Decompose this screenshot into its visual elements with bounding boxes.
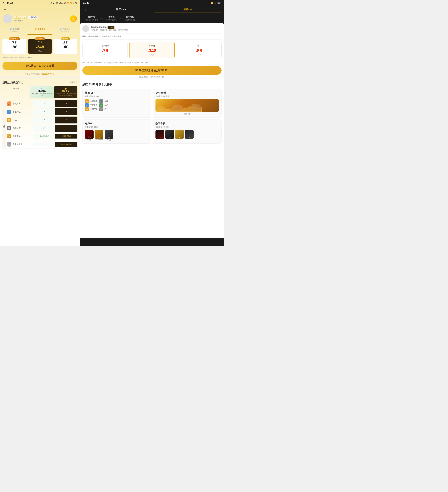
right-plan-tabs: 黑胶 VIP 畅享全部 20+ 特权 + 有声书 万本好书免费听 + 数字专辑 … xyxy=(80,14,224,23)
left-back-button[interactable]: ← xyxy=(0,6,80,13)
right-svip-visual xyxy=(156,99,219,112)
benefit-row-hires: Hi Hires ✓ ✓ xyxy=(6,116,78,124)
right-plan-tab-album[interactable]: 数字专辑 甄选专辑免费听 xyxy=(122,14,138,23)
left-plan-season[interactable]: 仅29.4元/月 季卡 ¥88 ¥120 xyxy=(2,39,26,54)
left-divider xyxy=(0,77,80,78)
right-status-bar: 11:28 📶 🔗 57 xyxy=(80,0,224,6)
benefit-icon-hires: Hi xyxy=(7,118,11,122)
right-user-row: 用户昵称昵称昵称 SVIP注 开通SVIP，享黑胶VIP、数字专辑、有声书等特权 xyxy=(82,25,221,34)
left-avatar xyxy=(3,14,12,23)
right-buy-button[interactable]: ¥348 立即开通 (已省 ¥132) xyxy=(82,66,221,75)
left-time: 11:40:43 xyxy=(3,2,13,5)
left-plan-year[interactable]: 仅29元/月 年卡 ¥348 ¥480 xyxy=(28,39,52,54)
benefit-icon-crown: ♦ xyxy=(7,134,11,138)
right-time: 11:28 xyxy=(83,1,89,4)
left-user-badges: ⚡ Lv1 ♥ ✏ 设置铭牌 xyxy=(14,16,69,19)
right-avatar xyxy=(82,25,89,32)
right-benefit-card-digital: 数字专辑 甄选专辑免费畅听 太初 三国 明 xyxy=(153,120,221,144)
benefit-download-super: ✓ xyxy=(55,108,78,115)
right-device-note: 手机/电脑/平板/手表/TV/智能音箱/车机 均可使用 xyxy=(82,34,221,40)
right-price-quarter[interactable]: 3个月 ¥88 ¥120 xyxy=(176,42,221,58)
benefit-preorder-super: 部分专辑抢先听 xyxy=(55,142,78,147)
left-benefits-header: 超级会员权益对比 ○ 仅看不同 xyxy=(2,81,78,84)
right-user-sub: 开通SVIP，享黑胶VIP、数字专辑、有声书等特权 xyxy=(91,29,221,31)
benefit-library-luxe: ✓ xyxy=(33,100,55,107)
right-plan-tab-vip[interactable]: 黑胶 VIP 畅享全部 20+ 特权 xyxy=(83,14,101,23)
benefit-icon-super: 超级会员图标 xyxy=(55,134,78,139)
left-benefits-filter[interactable]: ○ 仅看不同 xyxy=(68,81,78,84)
right-content-area: 用户昵称昵称昵称 SVIP注 开通SVIP，享黑胶VIP、数字专辑、有声书等特权… xyxy=(80,23,224,238)
left-agreement-link[interactable]: 《会员服务协议》 xyxy=(40,73,55,75)
benefit-row-lossless: SQ 无损音质 ✓ ✓ xyxy=(6,124,78,132)
right-battery: 57 xyxy=(217,2,221,4)
left-plan-month[interactable]: 超值特权 月卡 ¥40 xyxy=(53,39,78,54)
right-benefit-card-vip: 黑胶 VIP 畅享全部 20+ 特权 VIP 会员曲库 SQ 无损音质 V xyxy=(82,89,151,118)
right-benefits-grid: 黑胶 VIP 畅享全部 20+ 特权 VIP 会员曲库 SQ 无损音质 V xyxy=(82,89,221,144)
right-tab-svip[interactable]: 黑胶SVIP xyxy=(88,7,154,12)
left-benefits-title: 超级会员权益对比 xyxy=(2,81,23,84)
left-benefits-col-headers: VIP特权 💎 豪华绿钻 适用于手机、PC、Pad、大部分车载 🏆 超级会员 适… xyxy=(2,86,78,98)
right-tab-vip[interactable]: 黑胶VIP xyxy=(154,7,221,12)
right-back-button[interactable]: 〈 xyxy=(83,7,86,12)
left-plan-season-badge: 仅29.4元/月 xyxy=(9,37,20,40)
right-vip-item-member: 会 会员 xyxy=(99,103,108,107)
benefit-icon-luxe: 豪华绿钻图标 xyxy=(33,134,55,139)
right-vip-item-lossless: SQ 无损音质 xyxy=(85,103,98,107)
right-user-info: 用户昵称昵称昵称 SVIP注 开通SVIP，享黑胶VIP、数字专辑、有声书等特权 xyxy=(91,26,221,31)
benefit-lossless-super: ✓ xyxy=(55,125,78,132)
right-plan-sep1: + xyxy=(101,14,104,23)
col-header-vip: VIP特权 xyxy=(2,86,30,98)
right-nav: 〈 黑胶SVIP 黑胶VIP xyxy=(80,6,224,14)
benefit-lossless-luxe: ✓ xyxy=(33,125,55,132)
left-badge-edit[interactable]: ✏ 设置铭牌 xyxy=(28,16,38,19)
right-plan-sep2: + xyxy=(119,14,122,23)
left-benefits-rows: 付费音乐包特权 🎵 会员曲库 ✓ ✓ xyxy=(2,100,78,149)
benefit-row-library: 🎵 会员曲库 ✓ ✓ xyxy=(6,100,78,108)
right-agreement: 开通前请阅读《付费会员服务协议》 xyxy=(82,75,221,81)
right-audiobooks-albums: 太初 林俊杰 三国 Ed Sheeran 明 久石让 xyxy=(85,130,149,141)
left-confirm-button[interactable]: 确认协议并以 ¥348 开通 xyxy=(2,62,78,70)
tab-super[interactable]: 🏆 超级会员 xyxy=(28,26,52,35)
right-pricing-row: 连续包季 ¥78 ¥120 12个月 ¥348 ¥480 3个月 ¥88 ¥12… xyxy=(82,40,221,60)
right-benefit-card-audiobooks: 有声书 万本好书免费畅听 太初 林俊杰 三国 Ed Sheeran xyxy=(82,120,151,144)
right-vip-item-avatar: 👤 头像 xyxy=(99,99,108,103)
left-plan-month-badge: 超值特权 xyxy=(61,37,70,40)
benefit-icon-download: ⬇ xyxy=(7,110,11,114)
left-plan-section: 仅29.4元/月 季卡 ¥88 ¥120 仅29元/月 年卡 ¥348 ¥480… xyxy=(0,36,80,54)
right-price-season[interactable]: 连续包季 ¥78 ¥120 xyxy=(82,42,128,58)
benefit-row-icon: ♦ 尊贵图标 豪华绿钻图标 超级会员图标 xyxy=(6,132,78,140)
tab-av[interactable]: 💎 视听会员 双会员特权 xyxy=(52,26,78,35)
right-username: 用户昵称昵称昵称 xyxy=(91,26,107,29)
benefit-row-download: ⬇ 下载特权 ✓ ✓ xyxy=(6,108,78,116)
left-user-section: ⚡ Lv1 ♥ ✏ 设置铭牌 会员未开通 0 福利分 xyxy=(0,13,80,25)
right-status-icons: 📶 🔗 57 xyxy=(210,2,221,4)
left-agreement: 开通会员代表接受 《会员服务协议》 xyxy=(0,72,80,77)
benefit-hires-luxe: ✓ xyxy=(33,117,55,123)
right-vip-item-library: VIP 会员曲库 xyxy=(85,99,98,103)
right-vip-item-history: 历 历史 xyxy=(99,107,108,111)
benefit-icon-music: 🎵 xyxy=(7,102,11,106)
left-user-info: ⚡ Lv1 ♥ ✏ 设置铭牌 会员未开通 xyxy=(14,16,69,22)
tab-luxe[interactable]: 💎 豪华绿钻 VIP畅听 xyxy=(2,26,28,35)
right-svip-badge: SVIP注 xyxy=(108,26,114,29)
benefit-icon-preorder: 🎵 xyxy=(7,142,11,146)
col-header-luxe: 💎 豪华绿钻 适用于手机、PC、Pad、大部分车载 xyxy=(30,86,54,98)
benefit-row-preorder: 🎵 数专抢先听 部分专辑抢先听 xyxy=(6,140,78,149)
benefit-preorder-luxe xyxy=(33,143,55,146)
right-plan-tab-audiobook[interactable]: 有声书 万本好书免费听 xyxy=(104,14,119,23)
benefit-library-super: ✓ xyxy=(55,100,78,107)
right-panel: 11:28 📶 🔗 57 〈 黑胶SVIP 黑胶VIP 黑胶 VIP 畅享全部 … xyxy=(80,0,224,246)
left-tab-row: 💎 豪华绿钻 VIP畅听 🏆 超级会员 💎 视听会员 双会员特权 xyxy=(2,26,78,35)
right-nav-tabs: 黑胶SVIP 黑胶VIP xyxy=(88,7,221,12)
left-status-bar: 11:40:43 ⏱ ▲1.10 KB/s 4G 📶 📶 🔋73 xyxy=(0,0,80,6)
left-category-label: 付费音乐包特权 xyxy=(3,123,5,125)
benefit-hires-super: ✓ xyxy=(55,117,78,123)
left-welfare-badge: 0 福利分 xyxy=(70,15,77,22)
right-price-year[interactable]: 12个月 ¥348 ¥480 xyxy=(129,42,175,58)
benefit-download-luxe: ✓ xyxy=(33,108,55,115)
right-vip-item-download: VIP 免费下载 xyxy=(85,107,98,111)
right-benefits-title: 黑胶 SVIP 尊享千元特权 xyxy=(82,81,221,89)
left-plan-year-badge: 仅29元/月 xyxy=(35,37,45,40)
right-svip-label: 超清母带 xyxy=(156,113,219,115)
left-user-sub: 会员未开通 xyxy=(14,19,69,22)
